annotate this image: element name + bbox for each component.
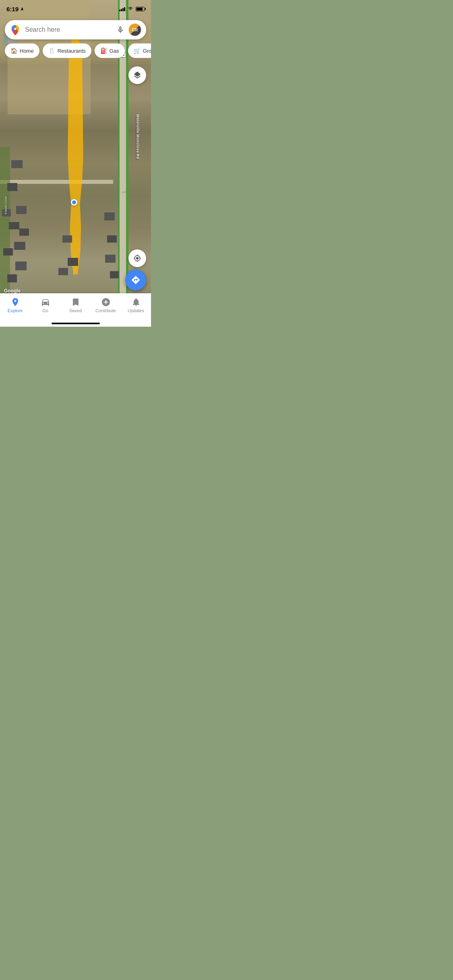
status-bar: 6:19 [0, 0, 151, 18]
layers-icon [133, 71, 142, 80]
nav-item-contribute[interactable]: Contribute [91, 297, 121, 313]
saved-nav-label: Saved [69, 308, 82, 313]
falcon-cove-label: Falcon Cove [4, 196, 8, 214]
gas-chip-label: Gas [110, 48, 119, 54]
signal-bar-3 [122, 8, 124, 11]
layers-button[interactable] [128, 66, 146, 84]
street-label-sil: Sil [121, 189, 125, 193]
signal-bar-4 [124, 7, 125, 11]
updates-nav-icon [131, 297, 141, 307]
house-m3 [58, 268, 68, 275]
house-r2 [107, 235, 117, 243]
chip-groceries[interactable]: 🛒 Groceries [128, 43, 151, 58]
street-label-waterville: Waterville Monclova Rd [136, 114, 140, 159]
signal-bars [119, 6, 125, 11]
mic-icon[interactable] [116, 26, 124, 34]
battery-fill [137, 8, 143, 10]
go-nav-icon [41, 297, 50, 307]
house-m1 [62, 235, 72, 243]
filter-chips: 🏠 Home 🍴 Restaurants ⛽ Gas 🛒 Groceries [0, 43, 151, 58]
contribute-nav-icon [101, 297, 111, 307]
location-button[interactable] [128, 249, 146, 267]
explore-nav-icon [10, 297, 20, 307]
directions-button[interactable] [125, 270, 146, 290]
go-nav-label: Go [42, 308, 48, 313]
house-2 [7, 183, 17, 191]
home-chip-label: Home [20, 48, 34, 54]
home-indicator [52, 323, 100, 324]
search-bar[interactable]: CR [5, 20, 146, 39]
explore-nav-label: Explore [8, 308, 23, 313]
contribute-nav-label: Contribute [95, 308, 116, 313]
chip-restaurants[interactable]: 🍴 Restaurants [43, 43, 91, 58]
house-r1 [104, 212, 115, 220]
saved-nav-icon [71, 297, 81, 307]
house-r3 [105, 255, 116, 263]
search-bar-container[interactable]: CR [5, 20, 146, 39]
groceries-chip-label: Groceries [143, 48, 151, 54]
nav-item-go[interactable]: Go [30, 297, 60, 313]
updates-nav-label: Updates [128, 308, 144, 313]
google-watermark: Google [4, 288, 21, 294]
signal-bar-2 [121, 9, 122, 11]
wifi-icon [127, 6, 134, 11]
restaurants-chip-icon: 🍴 [48, 47, 55, 54]
location-arrow-icon [20, 7, 24, 11]
house-4 [9, 222, 19, 229]
avatar-letters: CR [132, 28, 138, 32]
restaurants-chip-label: Restaurants [58, 48, 86, 54]
my-location-icon [133, 254, 141, 262]
google-maps-logo [10, 24, 21, 35]
house-9 [15, 261, 27, 270]
house-6 [3, 248, 13, 255]
nav-item-saved[interactable]: Saved [60, 297, 91, 313]
gas-chip-icon: ⛽ [100, 47, 107, 54]
battery-icon [136, 7, 145, 11]
search-input[interactable] [25, 26, 112, 33]
signal-bar-1 [119, 10, 120, 11]
groceries-chip-icon: 🛒 [134, 47, 141, 54]
house-r4 [110, 271, 119, 278]
house-8 [19, 229, 29, 236]
directions-icon [131, 275, 141, 285]
house-1 [11, 160, 23, 168]
house-7 [16, 206, 27, 214]
nav-item-explore[interactable]: Explore [0, 297, 30, 313]
status-time: 6:19 [6, 6, 19, 12]
house-m2 [68, 258, 78, 266]
house-10 [7, 274, 17, 282]
user-avatar[interactable]: CR [128, 23, 141, 36]
chip-gas[interactable]: ⛽ Gas [95, 43, 125, 58]
home-chip-icon: 🏠 [10, 47, 17, 54]
bottom-nav: Explore Go Saved Contribute Updates [0, 293, 151, 327]
chip-home[interactable]: 🏠 Home [5, 43, 39, 58]
status-icons [119, 6, 145, 11]
nav-item-updates[interactable]: Updates [121, 297, 151, 313]
house-5 [14, 242, 25, 250]
